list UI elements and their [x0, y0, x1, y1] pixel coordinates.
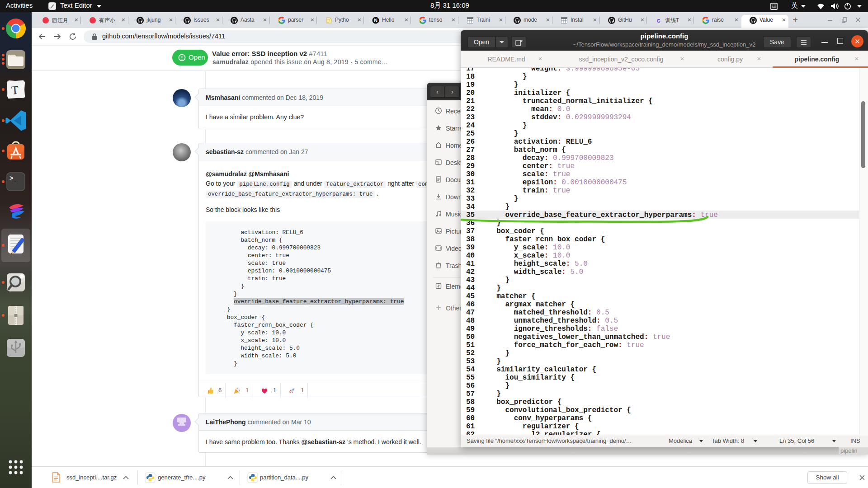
- svg-text:>_: >_: [9, 175, 17, 182]
- svg-text:T: T: [11, 84, 19, 97]
